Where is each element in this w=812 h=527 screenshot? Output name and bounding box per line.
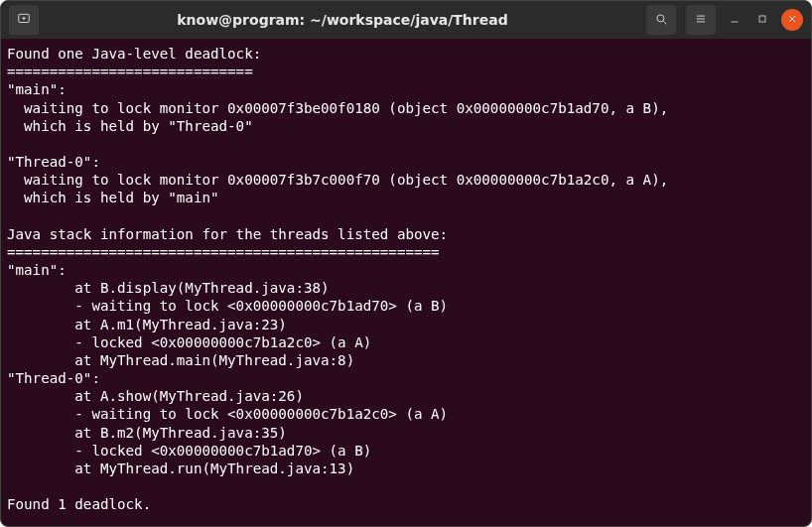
- terminal-line: [7, 477, 805, 495]
- titlebar: know@program: ~/workspace/java/Thread: [1, 1, 811, 39]
- terminal-line: at A.show(MyThread.java:26): [7, 387, 805, 405]
- terminal-line: which is held by "main": [7, 189, 805, 206]
- terminal-line: at MyThread.run(MyThread.java:13): [7, 460, 805, 477]
- terminal-line: waiting to lock monitor 0x00007f3be00f01…: [7, 99, 805, 117]
- terminal-line: at B.m2(MyThread.java:35): [7, 424, 805, 442]
- terminal-line: - waiting to lock <0x00000000c7b1a2c0> (…: [7, 405, 805, 423]
- terminal-window: know@program: ~/workspace/java/Thread: [0, 0, 812, 527]
- terminal-line: at B.display(MyThread.java:38): [7, 279, 805, 297]
- terminal-line: "main":: [7, 261, 805, 279]
- terminal-line: which is held by "Thread-0": [7, 117, 805, 135]
- minimize-icon: [729, 12, 741, 28]
- terminal-line: - locked <0x00000000c7b1ad70> (a B): [7, 442, 805, 460]
- terminal-line: Found 1 deadlock.: [7, 495, 805, 513]
- hamburger-icon: [694, 12, 708, 29]
- svg-point-3: [657, 14, 664, 21]
- close-icon: [786, 12, 798, 28]
- new-tab-button[interactable]: [9, 5, 39, 35]
- terminal-line: "main":: [7, 80, 805, 98]
- terminal-line: - waiting to lock <0x00000000c7b1ad70> (…: [7, 297, 805, 315]
- svg-rect-9: [759, 16, 765, 22]
- terminal-line: "Thread-0":: [7, 369, 805, 387]
- terminal-line: at MyThread.main(MyThread.java:8): [7, 351, 805, 369]
- search-button[interactable]: [646, 5, 676, 35]
- svg-line-4: [663, 21, 666, 24]
- terminal-line: =============================: [7, 63, 805, 80]
- terminal-line: waiting to lock monitor 0x00007f3b7c000f…: [7, 171, 805, 189]
- menu-button[interactable]: [686, 5, 716, 35]
- window-title: know@program: ~/workspace/java/Thread: [47, 12, 638, 28]
- maximize-icon: [756, 12, 768, 28]
- maximize-button[interactable]: [753, 12, 771, 28]
- terminal-line: [7, 207, 805, 225]
- terminal-line: [7, 135, 805, 153]
- terminal-line: - locked <0x00000000c7b1a2c0> (a A): [7, 333, 805, 351]
- terminal-line: ========================================…: [7, 243, 805, 261]
- search-icon: [654, 12, 668, 29]
- close-button[interactable]: [781, 9, 803, 31]
- terminal-line: at A.m1(MyThread.java:23): [7, 316, 805, 333]
- terminal-line: Java stack information for the threads l…: [7, 225, 805, 243]
- terminal-line: "Thread-0":: [7, 153, 805, 171]
- terminal-line: Found one Java-level deadlock:: [7, 45, 805, 63]
- minimize-button[interactable]: [726, 12, 744, 28]
- terminal-output[interactable]: Found one Java-level deadlock:==========…: [1, 39, 811, 526]
- new-tab-icon: [17, 12, 31, 29]
